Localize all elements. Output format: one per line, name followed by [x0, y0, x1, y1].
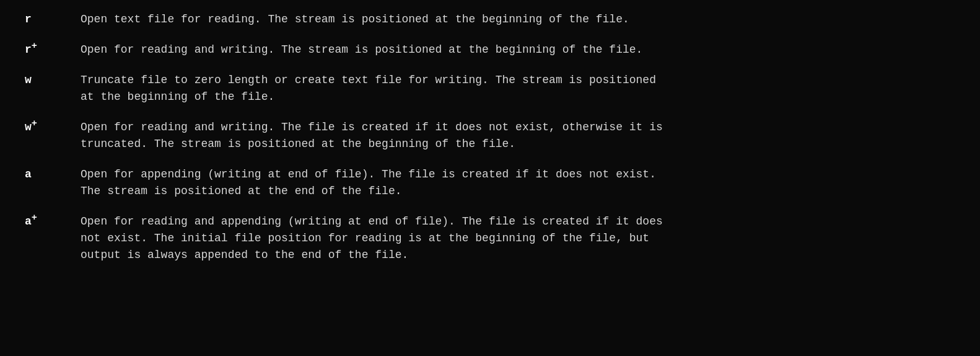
mode-flag: r — [25, 11, 81, 28]
mode-description: Open for appending (writing at end of fi… — [81, 166, 955, 200]
man-page-content: rOpen text file for reading. The stream … — [25, 11, 955, 264]
mode-flag: a — [25, 166, 81, 183]
mode-flag: w — [25, 72, 81, 89]
mode-flag: w+ — [25, 119, 81, 136]
mode-description: Open for reading and appending (writing … — [81, 213, 955, 264]
mode-description: Open for reading and writing. The file i… — [81, 119, 955, 153]
mode-description: Open text file for reading. The stream i… — [81, 11, 955, 28]
mode-entry: rOpen text file for reading. The stream … — [25, 11, 955, 28]
mode-entry: aOpen for appending (writing at end of f… — [25, 166, 955, 200]
mode-description: Open for reading and writing. The stream… — [81, 42, 955, 58]
mode-description: Truncate file to zero length or create t… — [81, 72, 955, 105]
mode-entry: wTruncate file to zero length or create … — [25, 72, 955, 105]
mode-entry: w+Open for reading and writing. The file… — [25, 119, 955, 153]
mode-entry: r+Open for reading and writing. The stre… — [25, 42, 955, 58]
mode-flag: a+ — [25, 213, 81, 230]
mode-flag: r+ — [25, 42, 81, 58]
mode-entry: a+Open for reading and appending (writin… — [25, 213, 955, 264]
